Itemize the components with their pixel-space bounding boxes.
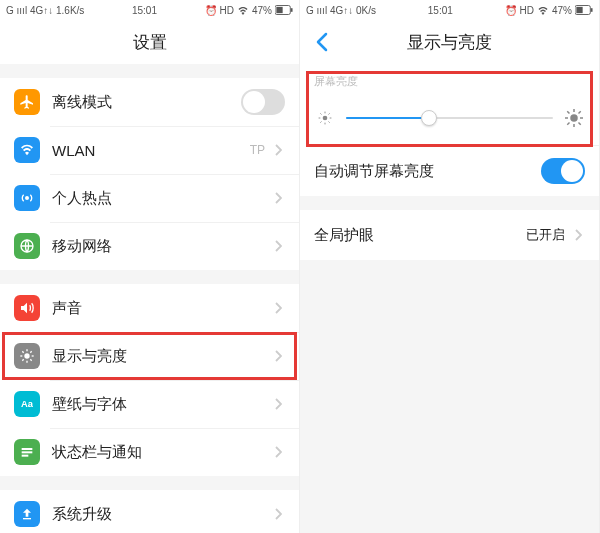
svg-line-39 [579, 111, 581, 113]
display-content[interactable]: 屏幕亮度 自动调节屏幕亮度 全 [300, 64, 599, 533]
svg-line-30 [329, 113, 330, 114]
svg-rect-21 [591, 8, 593, 12]
svg-line-27 [320, 113, 321, 114]
settings-row-hotspot[interactable]: 个人热点 [0, 174, 299, 222]
network-indicator: G ıııl 4G↑↓ 0K/s [306, 5, 376, 16]
settings-row-airplane[interactable]: 离线模式 [0, 78, 299, 126]
settings-row-wallpaper[interactable]: Aa壁纸与字体 [0, 380, 299, 428]
notification-icon [14, 439, 40, 465]
airplane-icon [14, 89, 40, 115]
update-icon [14, 501, 40, 527]
svg-point-31 [570, 114, 578, 122]
clock: 15:01 [428, 5, 453, 16]
settings-header: 设置 [0, 20, 299, 64]
clock: 15:01 [132, 5, 157, 16]
brightness-slider-row [300, 93, 599, 145]
row-label: 移动网络 [52, 237, 271, 256]
wifi-status-icon [537, 5, 549, 15]
svg-line-11 [30, 359, 31, 360]
network-indicator: G ıııl 4G↑↓ 1.6K/s [6, 5, 84, 16]
chevron-right-icon [271, 507, 285, 521]
chevron-right-icon [271, 397, 285, 411]
svg-rect-16 [22, 451, 33, 453]
svg-text:Aa: Aa [21, 399, 34, 409]
chevron-right-icon [271, 239, 285, 253]
brightness-slider[interactable] [346, 117, 553, 119]
svg-rect-2 [291, 8, 293, 12]
svg-line-28 [329, 122, 330, 123]
settings-row-mobile[interactable]: 移动网络 [0, 222, 299, 270]
wifi-icon [14, 137, 40, 163]
settings-row-sound[interactable]: 声音 [0, 284, 299, 332]
hd-indicator: HD [520, 5, 534, 16]
row-label: 个人热点 [52, 189, 271, 208]
eye-care-label: 全局护眼 [314, 226, 374, 245]
battery-icon [575, 5, 593, 15]
settings-row-notif[interactable]: 状态栏与通知 [0, 428, 299, 476]
hotspot-icon [14, 185, 40, 211]
alarm-icon: ⏰ [205, 5, 217, 16]
chevron-right-icon [271, 143, 285, 157]
hd-indicator: HD [220, 5, 234, 16]
brightness-section-label: 屏幕亮度 [300, 64, 599, 93]
page-title: 设置 [133, 31, 167, 54]
row-label: WLAN [52, 142, 250, 159]
svg-line-36 [567, 111, 569, 113]
svg-rect-18 [23, 518, 31, 519]
row-label: 状态栏与通知 [52, 443, 271, 462]
page-title: 显示与亮度 [407, 31, 492, 54]
chevron-right-icon [571, 228, 585, 242]
svg-line-13 [30, 351, 31, 352]
mobile-net-icon [14, 233, 40, 259]
svg-point-5 [24, 353, 29, 358]
battery-text: 47% [552, 5, 572, 16]
auto-brightness-label: 自动调节屏幕亮度 [314, 162, 434, 181]
eye-care-value: 已开启 [526, 226, 565, 244]
settings-screen: G ıııl 4G↑↓ 1.6K/s 15:01 ⏰ HD 47% 设置 离线模… [0, 0, 300, 533]
alarm-icon: ⏰ [505, 5, 517, 16]
svg-point-22 [323, 116, 328, 121]
status-bar: G ıııl 4G↑↓ 1.6K/s 15:01 ⏰ HD 47% [0, 0, 299, 20]
auto-brightness-row[interactable]: 自动调节屏幕亮度 [300, 146, 599, 196]
svg-rect-1 [276, 7, 282, 13]
row-label: 壁纸与字体 [52, 395, 271, 414]
row-label: 离线模式 [52, 93, 241, 112]
status-bar: G ıııl 4G↑↓ 0K/s 15:01 ⏰ HD 47% [300, 0, 599, 20]
sun-large-icon [565, 109, 583, 127]
row-label: 系统升级 [52, 505, 271, 524]
brightness-icon [14, 343, 40, 369]
settings-row-display[interactable]: 显示与亮度 [0, 332, 299, 380]
battery-text: 47% [252, 5, 272, 16]
settings-row-wlan[interactable]: WLANTP [0, 126, 299, 174]
row-label: 声音 [52, 299, 271, 318]
chevron-right-icon [271, 191, 285, 205]
svg-line-29 [320, 122, 321, 123]
wifi-status-icon [237, 5, 249, 15]
slider-thumb[interactable] [421, 110, 437, 126]
wallpaper-icon: Aa [14, 391, 40, 417]
sun-small-icon [316, 109, 334, 127]
svg-line-38 [567, 123, 569, 125]
chevron-right-icon [271, 349, 285, 363]
svg-rect-15 [22, 448, 33, 450]
display-header: 显示与亮度 [300, 20, 599, 64]
auto-brightness-toggle[interactable] [541, 158, 585, 184]
airplane-toggle[interactable] [241, 89, 285, 115]
chevron-right-icon [271, 445, 285, 459]
svg-rect-17 [22, 455, 29, 457]
back-button[interactable] [310, 30, 334, 54]
svg-line-12 [22, 359, 23, 360]
svg-line-37 [579, 123, 581, 125]
eye-care-row[interactable]: 全局护眼 已开启 [300, 210, 599, 260]
settings-list[interactable]: 离线模式WLANTP个人热点移动网络声音显示与亮度Aa壁纸与字体状态栏与通知系统… [0, 64, 299, 533]
svg-point-3 [25, 196, 29, 200]
settings-row-update[interactable]: 系统升级 [0, 490, 299, 533]
row-extra: TP [250, 143, 265, 157]
row-label: 显示与亮度 [52, 347, 271, 366]
battery-icon [275, 5, 293, 15]
svg-rect-20 [576, 7, 582, 13]
svg-line-10 [22, 351, 23, 352]
sound-icon [14, 295, 40, 321]
chevron-right-icon [271, 301, 285, 315]
display-brightness-screen: G ıııl 4G↑↓ 0K/s 15:01 ⏰ HD 47% 显示与亮度 屏幕… [300, 0, 600, 533]
